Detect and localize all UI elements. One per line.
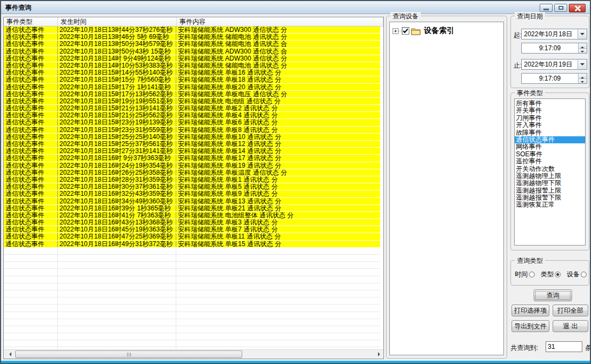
expand-icon[interactable] (393, 28, 399, 34)
print-selected-button[interactable]: 打印选择项 (512, 305, 549, 316)
event-type-option[interactable]: 遥测越报警上限 (515, 187, 585, 194)
table-row[interactable]: 通信状态事件2022年10月18日16时 9分37秒363毫秒安科瑞储能系统 单… (4, 155, 380, 162)
spin-up-icon[interactable] (579, 74, 587, 79)
table-row[interactable]: 通信状态事件2022年10月18日13时50分43秒 15毫秒安科瑞储能系统 A… (4, 48, 380, 55)
scroll-right-icon[interactable] (374, 350, 383, 359)
device-tree[interactable]: 设备索引 (389, 22, 504, 355)
event-type-option[interactable]: 故障事件 (515, 129, 585, 136)
horizontal-scrollbar[interactable] (4, 349, 383, 359)
spin-down-icon[interactable] (579, 49, 587, 54)
table-row[interactable]: 通信状态事件2022年10月18日16时30分37秒361毫秒安科瑞储能系统 单… (4, 183, 380, 190)
spin-down-icon[interactable] (579, 79, 587, 84)
table-row-empty (4, 255, 380, 262)
minimize-button[interactable] (540, 4, 553, 12)
table-row[interactable]: 通信状态事件2022年10月18日16时47分25秒369毫秒安科瑞储能系统 单… (4, 233, 380, 240)
event-content-cell: 安科瑞储能系统 单板15 通讯状态 分 (176, 241, 380, 247)
table-row[interactable]: 通信状态事件2022年10月18日16时34分49秒360毫秒安科瑞储能系统 单… (4, 198, 380, 205)
event-type-option[interactable]: 遥测恢复正常 (515, 201, 585, 208)
query-type-radio[interactable]: 设备 (567, 270, 587, 279)
table-row[interactable]: 通信状态事件2022年10月18日15时15分 7秒560毫秒安科瑞储能系统 单… (4, 76, 380, 83)
event-type-option[interactable]: 所有事件 (515, 100, 585, 107)
column-header-content[interactable]: 事件内容 (177, 17, 383, 26)
table-row[interactable]: 通信状态事件2022年10月18日16时41分 7秒363毫秒安科瑞储能系统 电… (4, 212, 380, 219)
event-content-cell: 安科瑞储能系统 电池组整体 通讯状态 分 (176, 212, 380, 219)
from-date-combo[interactable]: 2022年10月18日 (521, 29, 587, 39)
table-row[interactable]: 通信状态事件2022年10月18日16时26分25秒358毫秒安科瑞储能系统 单… (4, 169, 380, 176)
event-time-cell: 2022年10月18日15时25分37秒561毫秒 (58, 141, 176, 147)
restore-button[interactable] (554, 4, 567, 12)
close-button[interactable] (569, 4, 586, 12)
event-type-cell: 通信状态事件 (4, 112, 58, 118)
table-row-empty (4, 333, 380, 340)
table-row[interactable]: 通信状态事件2022年10月18日16时39分 1秒365毫秒安科瑞储能系统 单… (4, 205, 380, 212)
query-button[interactable]: 查询 (534, 289, 572, 301)
event-type-option[interactable]: 遥测越报警下限 (515, 194, 585, 201)
table-row[interactable]: 通信状态事件2022年10月18日16时32分43秒359毫秒安科瑞储能系统 单… (4, 190, 380, 197)
event-type-option[interactable]: 遥测越物理上限 (515, 173, 585, 180)
table-row[interactable]: 通信状态事件2022年10月18日15时17分13秒562毫秒安科瑞储能系统 单… (4, 91, 380, 98)
restore-icon (559, 6, 563, 10)
event-type-cell: 通信状态事件 (4, 176, 58, 183)
table-row[interactable]: 通信状态事件2022年10月18日15时27分31秒141毫秒安科瑞储能系统 单… (4, 148, 380, 155)
exit-button[interactable]: 退 出 (553, 320, 588, 332)
chevron-down-icon[interactable] (577, 59, 587, 69)
table-row[interactable]: 通信状态事件2022年10月18日16时24分19秒354毫秒安科瑞储能系统 单… (4, 162, 380, 169)
titlebar[interactable]: 事件查询 (1, 1, 590, 14)
event-type-listbox[interactable]: 所有事件开关事件刀闸事件开入事件故障事件通信状态事件网络事件SOE事件遥控事件开… (514, 98, 586, 246)
event-type-option[interactable]: SOE事件 (515, 151, 585, 158)
table-row[interactable]: 通信状态事件2022年10月18日13时46分 5秒 69毫秒安科瑞储能系统 储… (4, 34, 380, 41)
event-type-option[interactable]: 通信状态事件 (515, 136, 585, 143)
table-row[interactable]: 通信状态事件2022年10月18日14时 9分49秒124毫秒安科瑞储能系统 A… (4, 55, 380, 62)
table-row[interactable]: 通信状态事件2022年10月18日15时23分19秒139毫秒安科瑞储能系统 单… (4, 119, 380, 126)
table-row[interactable]: 通信状态事件2022年10月18日15时21分25秒562毫秒安科瑞储能系统 单… (4, 112, 380, 119)
result-count-field[interactable]: 31 (546, 341, 582, 352)
table-row[interactable]: 通信状态事件2022年10月18日15时19分19秒551毫秒安科瑞储能系统 电… (4, 98, 380, 105)
event-type-cell: 通信状态事件 (4, 62, 58, 69)
event-type-option[interactable]: 刀闸事件 (515, 115, 585, 122)
table-row[interactable]: 通信状态事件2022年10月18日15时23分31秒559毫秒安科瑞储能系统 单… (4, 127, 380, 134)
table-row[interactable]: 通信状态事件2022年10月18日15时21分13秒141毫秒安科瑞储能系统 单… (4, 105, 380, 112)
scrollbar-thumb[interactable] (15, 350, 242, 358)
event-type-option[interactable]: 开关动作次数 (515, 166, 585, 173)
column-header-time[interactable]: 发生时间 (58, 17, 177, 26)
table-row[interactable]: 通信状态事件2022年10月18日14时10分53秒383毫秒安科瑞储能系统 储… (4, 62, 380, 69)
from-time-spinner[interactable]: 9:17:09 (521, 43, 587, 54)
spin-up-icon[interactable] (579, 43, 587, 49)
event-type-option[interactable]: 开入事件 (515, 122, 585, 129)
to-date-combo[interactable]: 2022年10月19日 (521, 59, 587, 70)
event-type-cell: 通信状态事件 (4, 48, 58, 55)
event-type-option[interactable]: 遥控事件 (515, 158, 585, 165)
table-row[interactable]: 通信状态事件2022年10月18日15时14分55秒140毫秒安科瑞储能系统 单… (4, 69, 380, 76)
table-row[interactable]: 通信状态事件2022年10月18日16时49分31秒372毫秒安科瑞储能系统 单… (4, 241, 380, 248)
scroll-left-icon[interactable] (4, 350, 13, 359)
table-row[interactable]: 通信状态事件2022年10月18日13时50分34秒579毫秒安科瑞储能系统 储… (4, 41, 380, 48)
event-type-cell: 通信状态事件 (4, 162, 58, 169)
table-row[interactable]: 通信状态事件2022年10月18日13时44分37秒276毫秒安科瑞储能系统 A… (4, 27, 380, 34)
print-all-button[interactable]: 打印全部 (553, 305, 588, 316)
tree-root-row[interactable]: 设备索引 (393, 26, 503, 36)
table-row[interactable]: 通信状态事件2022年10月18日15时17分 1秒141毫秒安科瑞储能系统 单… (4, 84, 380, 91)
query-type-radio[interactable]: 时间 (515, 270, 535, 279)
event-type-cell: 通信状态事件 (4, 41, 58, 47)
table-row[interactable]: 通信状态事件2022年10月18日15时25分25秒140毫秒安科瑞储能系统 单… (4, 134, 380, 141)
export-button[interactable]: 导出到文件 (512, 320, 549, 332)
event-type-option[interactable]: 遥测越物理下限 (515, 180, 585, 187)
event-content-cell: 安科瑞储能系统 单板3 通讯状态 分 (176, 219, 380, 226)
chevron-down-icon[interactable] (577, 29, 587, 39)
column-header-type[interactable]: 事件类型 (4, 17, 58, 26)
spinner-icons[interactable] (578, 43, 587, 53)
from-time-value: 9:17:09 (522, 43, 578, 53)
query-type-radio[interactable]: 类型 (541, 270, 561, 279)
tree-root-label[interactable]: 设备索引 (424, 26, 454, 36)
table-row[interactable]: 通信状态事件2022年10月18日15时25分37秒561毫秒安科瑞储能系统 单… (4, 141, 380, 148)
table-row[interactable]: 通信状态事件2022年10月18日16时45分19秒363毫秒安科瑞储能系统 单… (4, 226, 380, 233)
to-time-spinner[interactable]: 9:17:09 (521, 73, 587, 84)
table-row-empty (4, 248, 380, 255)
spinner-icons[interactable] (578, 74, 587, 83)
table-row[interactable]: 通信状态事件2022年10月18日16时28分31秒359毫秒安科瑞储能系统 单… (4, 176, 380, 183)
table-row[interactable]: 通信状态事件2022年10月18日16时43分13秒368毫秒安科瑞储能系统 单… (4, 219, 380, 226)
event-type-option[interactable]: 网络事件 (515, 143, 585, 150)
event-type-option[interactable]: 开关事件 (515, 107, 585, 114)
event-content-cell: 安科瑞储能系统 储能电池 通讯状态 合 (176, 41, 380, 47)
device-checkbox[interactable] (402, 27, 409, 35)
